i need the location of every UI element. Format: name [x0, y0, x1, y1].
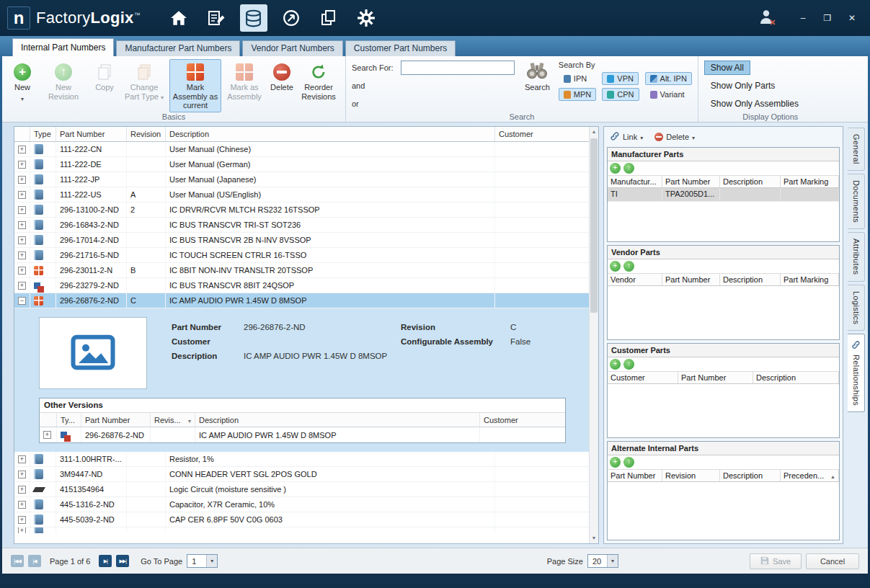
table-row[interactable]: 111-222-JP User Manual (Japanese) [14, 172, 590, 187]
go-to-page-select[interactable]: 1 [187, 554, 218, 568]
scroll-down-icon[interactable] [590, 533, 598, 543]
part-image-placeholder[interactable] [39, 317, 147, 389]
filter-vpn[interactable]: VPN [602, 72, 639, 85]
filter-mpn[interactable]: MPN [559, 88, 596, 101]
first-page-button[interactable] [11, 555, 24, 567]
table-row[interactable]: 311-1.00HRTR-... Resistor, 1% [14, 452, 590, 467]
expand-toggle[interactable] [18, 236, 26, 244]
expand-toggle[interactable] [18, 501, 26, 509]
page-size-select[interactable]: 20 [587, 554, 618, 568]
column-header-type[interactable]: Type [30, 127, 56, 141]
display-option-show-only-parts[interactable]: Show Only Parts [704, 79, 781, 93]
table-row[interactable]: 296-17014-2-ND IC BUS TRANSCVR 2B N-INV … [14, 233, 590, 248]
expand-toggle[interactable] [18, 176, 26, 184]
table-row[interactable]: 445-5039-2-ND CAP CER 6.8PF 50V C0G 0603 [14, 512, 590, 527]
side-tab-documents[interactable]: Documents [848, 174, 865, 229]
filter-ipn[interactable]: IPN [559, 72, 592, 85]
column-header-revision[interactable]: Revis... [151, 413, 195, 427]
table-row[interactable]: 296-23011-2-N B IC 8BIT NON-INV TRANSLTR… [14, 263, 590, 278]
promote-alternate-icon[interactable]: ↑ [623, 261, 634, 272]
expand-toggle[interactable] [18, 516, 26, 524]
column-header-part-number[interactable]: Part Number [56, 127, 127, 141]
table-row[interactable]: 4151354964 Logic Circuit (moisture sensi… [14, 482, 590, 497]
search-button[interactable]: Search [525, 61, 550, 92]
expand-toggle[interactable] [18, 267, 26, 275]
expand-toggle[interactable] [18, 206, 26, 214]
table-row[interactable]: 111-222-US A User Manual (US/English) [14, 187, 590, 202]
column-header-revision[interactable]: Revision [662, 470, 720, 481]
expand-toggle[interactable] [43, 431, 51, 439]
expand-toggle[interactable] [18, 455, 26, 463]
add-alternate-icon[interactable]: + [610, 359, 621, 370]
column-header-part-number[interactable]: Part Number [662, 274, 720, 285]
table-row[interactable]: 3M9447-ND CONN HEADER VERT SGL 2POS GOLD [14, 467, 590, 482]
side-tab-logistics[interactable]: Logistics [848, 285, 865, 331]
expand-toggle[interactable] [18, 191, 26, 199]
column-header-description[interactable]: Description [720, 274, 781, 285]
column-header-customer[interactable]: Customer [480, 413, 565, 427]
tab-customer-part-numbers[interactable]: Customer Part Numbers [345, 40, 456, 56]
relation-row[interactable]: TITPA2005D1... [608, 188, 839, 202]
link-button[interactable]: Link [610, 131, 643, 143]
column-header-part-number[interactable]: Part Number [678, 372, 753, 383]
previous-page-button[interactable] [28, 555, 41, 567]
worksheet-icon[interactable] [203, 4, 230, 32]
scrollbar-thumb[interactable] [590, 138, 598, 313]
filter-caret-icon[interactable] [188, 416, 191, 424]
column-header-type[interactable]: Ty... [57, 413, 81, 427]
delete-button[interactable]: Delete [267, 59, 296, 94]
table-row[interactable]: 296-13100-2-ND 2 IC DRVR/RCVR MLTCH RS23… [14, 202, 590, 218]
promote-alternate-icon[interactable]: ↑ [623, 457, 634, 468]
expand-toggle[interactable] [18, 161, 26, 169]
add-alternate-icon[interactable]: + [610, 457, 621, 468]
filter-alt-ipn[interactable]: Alt. IPN [645, 72, 692, 85]
minimize-icon[interactable] [798, 13, 808, 23]
user-logout-icon[interactable] [758, 9, 776, 28]
expand-toggle[interactable] [18, 221, 26, 229]
table-row[interactable]: 111-222-DE User Manual (German) [14, 157, 590, 172]
expand-toggle[interactable] [18, 282, 26, 290]
column-header-customer[interactable]: Customer [608, 372, 678, 383]
table-row[interactable]: 296-23279-2-ND IC BUS TRANSCVR 8BIT 24QS… [14, 278, 590, 293]
column-header-description[interactable]: Description [195, 413, 480, 427]
column-header-revision[interactable]: Revision [127, 127, 166, 141]
tab-vendor-part-numbers[interactable]: Vendor Part Numbers [242, 40, 342, 56]
column-header-part-number[interactable]: Part Number [81, 413, 151, 427]
column-header-description[interactable]: Description [753, 372, 839, 383]
tab-internal-part-numbers[interactable]: Internal Part Numbers [12, 38, 114, 56]
new-button[interactable]: + New [8, 59, 37, 104]
column-header-part-number[interactable]: Part Number [662, 176, 720, 187]
column-header-description[interactable]: Description [720, 176, 781, 187]
column-header-description[interactable]: Description [166, 127, 495, 141]
navigate-icon[interactable] [278, 4, 305, 32]
column-header-customer[interactable]: Customer [495, 127, 590, 141]
expand-toggle[interactable] [18, 297, 26, 305]
table-row[interactable]: 296-21716-5-ND IC TOUCH SCREEN CTRLR 16-… [14, 248, 590, 263]
table-row[interactable]: 296-26876-2-ND C IC AMP AUDIO PWR 1.45W … [14, 293, 590, 308]
scroll-up-icon[interactable] [590, 127, 598, 137]
display-option-show-all[interactable]: Show All [704, 61, 750, 75]
next-page-button[interactable] [99, 555, 112, 567]
mark-assembly-current-button[interactable]: Mark Assembly as current [169, 59, 221, 112]
delete-link-button[interactable]: Delete [654, 133, 695, 141]
filter-variant[interactable]: Variant [645, 88, 690, 101]
change-part-type-button[interactable]: Change Part Type [120, 59, 168, 103]
settings-icon[interactable] [352, 4, 380, 32]
mark-as-assembly-button[interactable]: Mark as Assembly [223, 59, 266, 103]
expand-toggle[interactable] [18, 471, 26, 478]
search-input[interactable] [401, 61, 515, 75]
column-header-preceden[interactable]: Preceden... [781, 470, 839, 481]
maximize-icon[interactable] [822, 13, 833, 23]
save-button[interactable]: Save [750, 553, 802, 569]
add-alternate-icon[interactable]: + [610, 163, 621, 174]
table-row[interactable]: 296-16843-2-ND IC BUS TRANSCVR TRI-ST SO… [14, 218, 590, 233]
copy-button[interactable]: Copy [90, 59, 119, 94]
side-tab-relationships[interactable]: Relationships [848, 334, 865, 412]
home-icon[interactable] [165, 4, 192, 32]
column-header-part-marking[interactable]: Part Marking [781, 274, 839, 285]
add-alternate-icon[interactable]: + [610, 261, 621, 272]
column-header-description[interactable]: Description [720, 470, 781, 481]
column-header-vendor[interactable]: Vendor [608, 274, 662, 285]
side-tab-general[interactable]: General [848, 128, 865, 171]
vertical-scrollbar[interactable] [589, 127, 598, 543]
